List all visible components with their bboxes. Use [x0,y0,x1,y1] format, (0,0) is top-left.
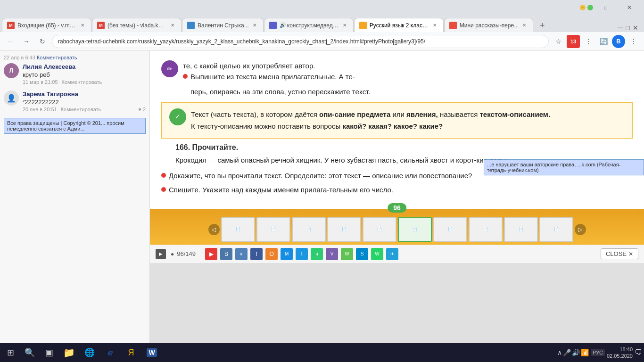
mini-icon [449,22,457,29]
comment-link[interactable]: Комментировать [37,55,77,60]
thumb-7[interactable]: 📄 [433,217,467,242]
bullet-task1: Выпишите из текста имена прилагательные.… [183,72,371,82]
systray: ∧ 🎤 🔊 📶 [557,349,589,356]
exercise-num-text: 166. [175,143,190,151]
tab-close-russian[interactable]: ✕ [431,22,438,29]
social-tw[interactable]: t [296,248,308,260]
new-tab-btn[interactable]: + [536,19,549,32]
browser-minimize[interactable]: ─ [618,24,623,32]
tab-gmail2[interactable]: M (без темы) - vlada.kons... ✕ [92,18,182,32]
taskbar-chrome[interactable]: 🌐 [80,344,99,361]
tabs-bar: M Входящие (65) - v.m.kc... ✕ M (без тем… [0,15,644,32]
mic-icon: 🎤 [563,349,571,356]
thumb-8[interactable]: 📄 [469,217,503,242]
refresh-btn[interactable]: ↻ [36,35,49,48]
social-vi[interactable]: V [326,248,338,260]
taskbar-yandex[interactable]: Я [122,344,140,361]
social-ok[interactable]: О [265,248,278,260]
forward-btn[interactable]: → [20,35,33,48]
account-icon[interactable]: 🔄 [597,35,610,48]
thumb-2[interactable]: 📄 [256,217,290,242]
tab-konstrukt[interactable]: 🔊 конструкт.медведева... ✕ [264,18,354,32]
tab-mini[interactable]: Мини рассказы-пере... ✕ [444,18,533,32]
taskbar-time-date[interactable]: 18:40 02.05.2020 [607,346,633,360]
windows-icon: ⊞ [7,347,14,358]
ie-icon: ℯ [108,347,113,358]
tab-gmail1[interactable]: M Входящие (65) - v.m.kc... ✕ [2,18,91,32]
social-vk-red[interactable]: ▶ [205,248,217,260]
close-window-btn[interactable]: ✕ [619,3,640,12]
avatar-zarema: 👤 [4,90,19,106]
author-lilia[interactable]: Лилия Алексеева [23,63,146,70]
social-vkc[interactable]: к [235,248,248,260]
tab-close-gmail1[interactable]: ✕ [79,22,86,29]
tab-close-konstrukt[interactable]: ✕ [341,22,348,29]
profile-avatar[interactable]: В [612,35,625,48]
social-wh[interactable]: W [341,248,353,260]
social-wa[interactable]: W [371,248,383,260]
address-bar: ← → ↻ ☆ 13 ⋮ 🔄 В ⋮ [0,32,644,51]
thumb-next[interactable]: ▷ [575,224,586,235]
tab-label-russian: Русский язык 2 класс ... [370,22,429,29]
thumb-10[interactable]: 📄 [539,217,573,242]
task-top-text: те, с какой целью их употребляет автор. … [183,60,371,98]
play-btn[interactable]: ▶ [156,249,166,259]
browser-maximize[interactable]: □ [626,24,630,32]
back-btn[interactable]: ← [4,35,17,48]
social-tg[interactable]: ✈ [386,248,398,260]
thumb-6-active[interactable]: 📄 [398,217,432,242]
network-icon[interactable]: 📶 [581,349,589,356]
browser-close[interactable]: ✕ [633,24,638,32]
thumb-4[interactable]: 📄 [327,217,361,242]
copyright-banner-right: ...е нарушает ваши авторские права, ...k… [484,159,644,175]
tab-close-valentin[interactable]: ✕ [251,22,258,29]
thumb-5[interactable]: 📄 [363,217,396,242]
minimize-btn[interactable]: ─ [580,5,586,10]
window-maximize[interactable]: □ [595,3,617,12]
tab-label-valentin: Валентин Стрыка... [198,22,249,29]
bullet-task3: Спишите. Укажите над каждым именем прила… [161,185,633,196]
speaker-icon[interactable]: 🔊 [572,349,580,356]
avatar-lilia: Л [4,63,19,78]
bookmark-icon[interactable]: ☆ [552,35,565,48]
gmail-icon: M [7,22,15,29]
social-vk[interactable]: В [220,248,232,260]
taskbar-explorer[interactable]: 📁 [59,344,78,361]
thumb-1[interactable]: 📄 [221,217,255,242]
taskbar: ⊞ 🔍 ▣ 📁 🌐 ℯ Я W ∧ 🎤 🔊 📶 РУС 18:40 02.05.… [0,343,644,362]
thumb-3[interactable]: 📄 [292,217,326,242]
author-zarema[interactable]: Зарема Тагировна [23,90,146,98]
search-button[interactable]: 🔍 [21,344,39,361]
task1-text: Докажите, что вы прочитали текст. Опреде… [169,171,472,181]
taskbar-ie[interactable]: ℯ [101,344,120,361]
tab-close-gmail2[interactable]: ✕ [169,22,176,29]
reply-lilia[interactable]: Комментировать [62,79,102,85]
address-input[interactable] [52,35,549,48]
tab-valentin[interactable]: Валентин Стрыка... ✕ [182,18,264,32]
notification-icon[interactable]: 🗨 [635,348,642,357]
close-button[interactable]: CLOSE ✕ [601,248,638,259]
maximize-btn[interactable] [587,5,593,10]
social-fb[interactable]: f [250,248,263,260]
task-view-icon: ▣ [45,347,53,358]
tab-close-mini[interactable]: ✕ [520,22,528,29]
social-sk[interactable]: S [356,248,368,260]
text-lilia: круто реб [23,71,146,78]
chevron-icon[interactable]: ∧ [557,349,562,356]
social-ch[interactable]: ч [311,248,323,260]
extension-icon[interactable]: 13 [567,35,580,48]
comment-content-lilia: Лилия Алексеева круто реб 11 мар в 21:05… [23,63,146,85]
social-mail[interactable]: M [281,248,293,260]
start-button[interactable]: ⊞ [2,344,19,361]
taskbar-word[interactable]: W [142,344,161,361]
text-zarema: ²2222222222 [23,99,146,106]
menu-icon[interactable]: ⋮ [582,35,595,48]
reply-zarema[interactable]: Комментировать [61,107,101,112]
thumb-9[interactable]: 📄 [504,217,538,242]
tab-russian[interactable]: Русский язык 2 класс ... ✕ [354,18,444,32]
language-indicator[interactable]: РУС [591,349,605,356]
page-count: 96/149 [177,250,196,257]
thumb-prev[interactable]: ◁ [208,224,220,235]
settings-icon[interactable]: ⋮ [627,35,640,48]
task-view-button[interactable]: ▣ [41,344,58,361]
